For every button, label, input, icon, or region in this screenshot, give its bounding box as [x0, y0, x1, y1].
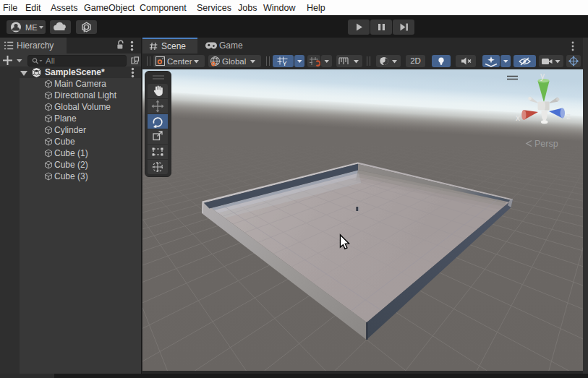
- svg-text:Persp: Persp: [534, 139, 558, 149]
- svg-text:y: y: [540, 71, 545, 81]
- svg-text:x: x: [516, 113, 520, 123]
- svg-text:ME: ME: [25, 23, 38, 32]
- svg-text:Y: Y: [283, 60, 287, 67]
- svg-text:Global: Global: [222, 57, 246, 66]
- svg-text:Center: Center: [167, 57, 192, 66]
- svg-text:z: z: [566, 111, 571, 121]
